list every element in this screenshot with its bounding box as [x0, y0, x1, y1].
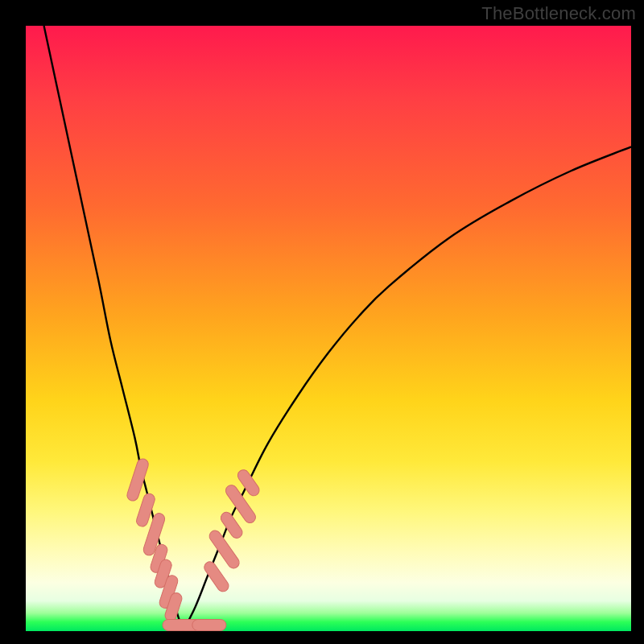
curve-left_branch: [44, 26, 184, 631]
watermark-text: TheBottleneck.com: [481, 3, 636, 24]
curve-right_branch: [184, 147, 631, 631]
curve-layer: [26, 26, 631, 631]
chart-frame: TheBottleneck.com: [0, 0, 644, 644]
data-marker: [192, 619, 226, 630]
plot-area: [26, 26, 631, 631]
